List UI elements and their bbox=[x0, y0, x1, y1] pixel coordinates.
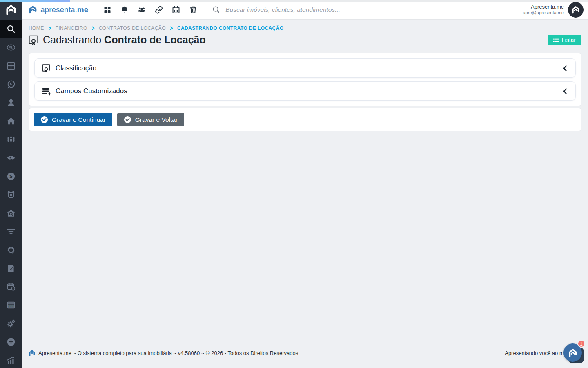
top-header: apresenta.me Apresenta.me apre@apresenta… bbox=[22, 0, 588, 20]
header-divider bbox=[96, 4, 96, 15]
notification-badge: 1 bbox=[577, 340, 585, 348]
loading-bar-track bbox=[0, 0, 588, 2]
sidebar-item-contract-edit[interactable] bbox=[0, 259, 22, 277]
home-icon bbox=[7, 117, 16, 126]
schedule-icon bbox=[7, 282, 16, 291]
sidebar-item-filter[interactable] bbox=[0, 222, 22, 240]
whatsapp-icon bbox=[7, 80, 16, 89]
user-menu[interactable]: Apresenta.me apre@apresenta.me bbox=[523, 2, 584, 18]
brand-name: apresenta.me bbox=[40, 5, 88, 14]
sidebar-item-reports[interactable] bbox=[0, 351, 22, 368]
chat-widget-button[interactable]: 1 bbox=[564, 343, 584, 363]
search-input[interactable] bbox=[225, 6, 401, 13]
alarm-icon bbox=[7, 190, 16, 199]
brand-home-icon bbox=[28, 5, 38, 14]
filter-icon bbox=[7, 227, 16, 236]
breadcrumb-financeiro[interactable]: FINANCEIRO bbox=[56, 25, 87, 31]
check-circle-icon bbox=[40, 116, 48, 123]
listar-button[interactable]: Listar bbox=[548, 35, 581, 45]
sidebar-logo-button[interactable] bbox=[0, 0, 22, 20]
website-icon: www bbox=[7, 301, 16, 310]
breadcrumb-current: CADASTRANDO CONTRATO DE LOCAÇÃO bbox=[177, 25, 284, 31]
home-arrow-logo-icon bbox=[5, 4, 17, 16]
list-add-icon bbox=[41, 86, 51, 96]
gravar-e-voltar-button[interactable]: Gravar e Voltar bbox=[117, 113, 184, 126]
link-icon[interactable] bbox=[155, 6, 163, 14]
certificate-icon bbox=[41, 63, 51, 73]
sidebar-item-settings[interactable] bbox=[0, 314, 22, 332]
sidebar-item-search-secondary[interactable] bbox=[0, 38, 22, 56]
certificate-icon bbox=[28, 34, 39, 46]
sidebar: $ www bbox=[0, 0, 22, 368]
loading-bar-fill bbox=[0, 0, 70, 2]
global-search bbox=[212, 6, 401, 13]
svg-text:$: $ bbox=[9, 173, 12, 179]
footer-home-icon bbox=[29, 350, 36, 357]
check-circle-icon bbox=[124, 116, 131, 123]
panel-label: Classificação bbox=[56, 64, 96, 72]
sidebar-item-support[interactable] bbox=[0, 240, 22, 259]
user-icon bbox=[7, 98, 16, 107]
home-arrow-logo-icon bbox=[568, 348, 578, 358]
sidebar-item-team[interactable] bbox=[0, 130, 22, 148]
title-bold: Contrato de Locação bbox=[104, 34, 206, 45]
footer-tagline: Apresentando você ao mu bbox=[505, 350, 567, 356]
user-email: apre@apresenta.me bbox=[523, 10, 564, 16]
search-icon bbox=[7, 25, 16, 34]
chevron-right-icon bbox=[169, 26, 174, 30]
team-icon bbox=[7, 135, 16, 144]
chevron-right-icon bbox=[91, 26, 95, 30]
support-icon bbox=[7, 245, 16, 254]
breadcrumb-contratos-de-locacao[interactable]: CONTRATOS DE LOCAÇÃO bbox=[99, 25, 166, 31]
form-card: Classificação Campos Customizados bbox=[29, 53, 581, 106]
sidebar-item-handshake[interactable] bbox=[0, 148, 22, 167]
contract-edit-icon bbox=[7, 264, 16, 273]
search-secondary-icon bbox=[7, 43, 16, 52]
sidebar-item-money[interactable]: $ bbox=[0, 167, 22, 185]
handshake-icon bbox=[7, 153, 16, 162]
chevron-left-icon[interactable] bbox=[561, 65, 569, 72]
panel-campos-customizados[interactable]: Campos Customizados bbox=[34, 81, 576, 101]
grid-icon[interactable] bbox=[103, 6, 111, 14]
sidebar-item-schedule[interactable] bbox=[0, 277, 22, 296]
add-icon bbox=[7, 337, 16, 346]
panel-classificacao[interactable]: Classificação bbox=[34, 58, 576, 78]
title-regular: Cadastrando bbox=[43, 34, 101, 45]
panel-label: Campos Customizados bbox=[56, 87, 127, 95]
header-toolbar bbox=[103, 6, 197, 14]
window-grid-icon bbox=[7, 61, 16, 70]
user-name: Apresenta.me bbox=[523, 4, 564, 10]
sidebar-item-search[interactable] bbox=[0, 20, 22, 38]
calendar-icon[interactable] bbox=[172, 6, 180, 14]
header-divider bbox=[205, 4, 205, 15]
footer-copyright: Apresenta.me ~ O sistema completo para s… bbox=[38, 350, 298, 356]
avatar[interactable] bbox=[568, 2, 584, 18]
sidebar-item-property-search[interactable] bbox=[0, 204, 22, 222]
svg-text:www: www bbox=[8, 305, 14, 307]
search-icon bbox=[212, 6, 220, 13]
actions-card: Gravar e Continuar Gravar e Voltar bbox=[29, 108, 581, 131]
main-content: HOME FINANCEIRO CONTRATOS DE LOCAÇÃO CAD… bbox=[22, 20, 588, 368]
brand-logo[interactable]: apresenta.me bbox=[28, 5, 88, 14]
sidebar-item-alarm[interactable] bbox=[0, 185, 22, 204]
gravar-e-continuar-button[interactable]: Gravar e Continuar bbox=[34, 113, 112, 126]
trash-icon[interactable] bbox=[189, 6, 197, 14]
sidebar-item-window-grid[interactable] bbox=[0, 56, 22, 75]
reports-icon bbox=[7, 356, 16, 365]
property-search-icon bbox=[7, 209, 16, 218]
sidebar-item-user[interactable] bbox=[0, 93, 22, 112]
sidebar-item-home[interactable] bbox=[0, 112, 22, 130]
notifications-bell-icon[interactable] bbox=[120, 6, 129, 14]
users-group-icon[interactable] bbox=[138, 6, 146, 14]
footer: Apresenta.me ~ O sistema completo para s… bbox=[29, 350, 588, 357]
breadcrumb: HOME FINANCEIRO CONTRATOS DE LOCAÇÃO CAD… bbox=[22, 20, 588, 31]
chevron-left-icon[interactable] bbox=[561, 88, 569, 95]
chevron-right-icon bbox=[48, 26, 52, 30]
page-title: Cadastrando Contrato de Locação bbox=[28, 34, 206, 46]
sidebar-item-add[interactable] bbox=[0, 332, 22, 351]
money-icon: $ bbox=[7, 172, 16, 181]
sidebar-item-whatsapp[interactable] bbox=[0, 75, 22, 93]
list-icon bbox=[553, 37, 559, 43]
sidebar-item-website[interactable]: www bbox=[0, 296, 22, 314]
breadcrumb-home[interactable]: HOME bbox=[29, 25, 44, 31]
